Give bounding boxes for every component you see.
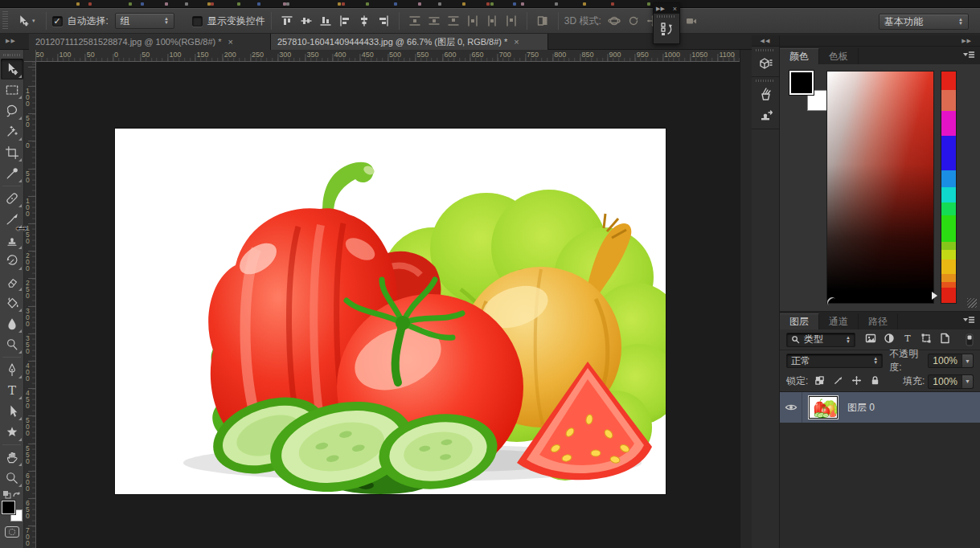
tab-bar-chevrons-icon[interactable]: ▶▶ xyxy=(6,38,16,44)
distribute-left-icon[interactable] xyxy=(463,12,482,30)
current-tool-button[interactable]: ▾ xyxy=(11,14,40,28)
document-tab-1[interactable]: 2012071112581528874.jpg @ 100%(RGB/8#) *… xyxy=(29,34,271,50)
tool-type[interactable] xyxy=(1,380,23,401)
brush-presets-panel-icon[interactable] xyxy=(755,84,776,104)
canvas-scrollbar[interactable] xyxy=(740,50,752,548)
blend-mode-dropdown[interactable]: 正常 ▲▼ xyxy=(786,354,883,368)
layers-tab-1[interactable]: 图层 xyxy=(780,313,819,329)
align-vcenter-icon[interactable] xyxy=(297,12,316,30)
panel-grip[interactable] xyxy=(756,49,775,51)
panel-grip[interactable] xyxy=(657,15,676,18)
hue-ramp[interactable] xyxy=(941,71,957,304)
hue-band[interactable] xyxy=(941,260,956,273)
layer-thumbnail[interactable] xyxy=(809,396,838,419)
color-tab-1[interactable]: 颜色 xyxy=(780,48,819,64)
rotate-view-panel-icon[interactable] xyxy=(658,21,675,37)
filter-adjust-icon[interactable] xyxy=(884,333,895,346)
distribute-right-icon[interactable] xyxy=(502,12,521,30)
lock-position-icon[interactable] xyxy=(851,375,862,388)
close-icon[interactable]: × xyxy=(228,37,233,47)
tool-lasso[interactable] xyxy=(1,100,23,121)
vertical-ruler[interactable]: 1005005010015020025030035040045050055060… xyxy=(24,62,36,548)
auto-align-layers-icon[interactable] xyxy=(533,12,552,30)
distribute-top-icon[interactable] xyxy=(405,12,424,30)
foreground-background-swatches[interactable] xyxy=(2,501,23,521)
3d-roll-icon[interactable] xyxy=(624,12,643,30)
filter-smart-icon[interactable] xyxy=(939,333,950,346)
document-tab-2[interactable]: 257810-16041409444433.jpg @ 66.7% (图层 0,… xyxy=(271,34,548,50)
default-colors-icon[interactable] xyxy=(2,490,11,499)
lock-all-icon[interactable] xyxy=(870,375,880,388)
filter-shape-icon[interactable] xyxy=(921,333,932,346)
swap-colors-icon[interactable] xyxy=(12,490,21,499)
canvas-viewport[interactable] xyxy=(36,62,740,548)
expand-panel-icon[interactable]: ▶▶ xyxy=(656,6,665,12)
panel-grip[interactable] xyxy=(756,80,775,82)
distribute-vcenter-icon[interactable] xyxy=(424,12,444,30)
hue-band[interactable] xyxy=(941,170,956,187)
hue-band[interactable] xyxy=(941,111,956,136)
clone-source-panel-icon[interactable] xyxy=(755,106,776,125)
canvas-image[interactable] xyxy=(115,129,666,494)
hue-band[interactable] xyxy=(941,90,956,111)
hue-band[interactable] xyxy=(941,187,956,202)
tool-dodge[interactable] xyxy=(1,334,23,355)
filter-kind-dropdown[interactable]: 类型 ▲▼ xyxy=(786,333,855,347)
filter-type-icon[interactable] xyxy=(902,333,913,346)
panel-menu-icon[interactable] xyxy=(962,316,975,324)
tool-hand[interactable] xyxy=(1,447,23,468)
chevron-down-icon[interactable]: ▼ xyxy=(962,354,973,367)
layers-tab-3[interactable]: 路径 xyxy=(859,313,898,329)
auto-select-checkbox[interactable]: ✓ xyxy=(52,16,63,27)
color-panel-swatches[interactable] xyxy=(789,71,831,112)
align-bottom-icon[interactable] xyxy=(316,12,335,30)
tool-eyedropper[interactable] xyxy=(1,163,23,184)
hue-band[interactable] xyxy=(941,215,956,242)
saturation-brightness-field[interactable] xyxy=(826,71,934,304)
chevron-down-icon[interactable]: ▼ xyxy=(962,375,973,388)
close-icon[interactable]: × xyxy=(673,5,677,13)
show-transform-checkbox[interactable] xyxy=(192,16,203,27)
hue-band[interactable] xyxy=(941,242,956,250)
options-bar-grip[interactable] xyxy=(2,11,8,31)
close-icon[interactable]: × xyxy=(514,37,519,47)
tool-history-brush[interactable] xyxy=(1,251,23,272)
hue-band[interactable] xyxy=(941,282,956,288)
tool-zoom[interactable] xyxy=(1,468,23,489)
ruler-origin-corner[interactable] xyxy=(24,50,36,62)
fill-control[interactable]: 100% ▼ xyxy=(928,374,974,389)
filter-pixel-icon[interactable] xyxy=(865,333,876,346)
tool-eraser[interactable] xyxy=(1,272,23,292)
tool-shape[interactable] xyxy=(1,422,23,443)
filter-toggle-icon[interactable] xyxy=(966,333,974,346)
expand-panels-chevrons-icon[interactable]: ◀◀ xyxy=(752,35,779,47)
toolbar-grip[interactable] xyxy=(3,51,20,58)
distribute-bottom-icon[interactable] xyxy=(444,12,463,30)
foreground-color-swatch[interactable] xyxy=(789,71,814,95)
align-left-icon[interactable] xyxy=(335,12,355,30)
lock-pixels-icon[interactable] xyxy=(833,375,843,388)
tool-pen[interactable] xyxy=(1,359,23,380)
layer-name[interactable]: 图层 0 xyxy=(847,401,875,415)
align-top-icon[interactable] xyxy=(277,12,297,30)
align-right-icon[interactable] xyxy=(374,12,393,30)
hue-band[interactable] xyxy=(941,136,956,170)
color-tab-2[interactable]: 色板 xyxy=(819,48,859,64)
tool-move[interactable] xyxy=(1,59,23,80)
layers-tab-2[interactable]: 通道 xyxy=(819,313,859,329)
opacity-control[interactable]: 100% ▼ xyxy=(928,354,974,368)
hue-band[interactable] xyxy=(941,274,956,282)
horizontal-ruler[interactable]: 1501005005010015020025030035040045050055… xyxy=(36,50,740,62)
align-hcenter-icon[interactable] xyxy=(355,12,374,30)
hue-band[interactable] xyxy=(941,288,956,303)
hue-slider-arrow[interactable] xyxy=(932,292,937,300)
panel-resize-grip[interactable] xyxy=(967,298,977,308)
tool-bucket[interactable] xyxy=(1,292,23,313)
hue-band[interactable] xyxy=(941,72,956,90)
tool-marquee[interactable] xyxy=(1,80,23,100)
lock-transparent-icon[interactable] xyxy=(814,375,825,388)
foreground-color-swatch[interactable] xyxy=(2,501,15,514)
hue-band[interactable] xyxy=(941,250,956,260)
tool-crop[interactable] xyxy=(1,142,23,163)
panel-menu-icon[interactable] xyxy=(962,51,975,59)
